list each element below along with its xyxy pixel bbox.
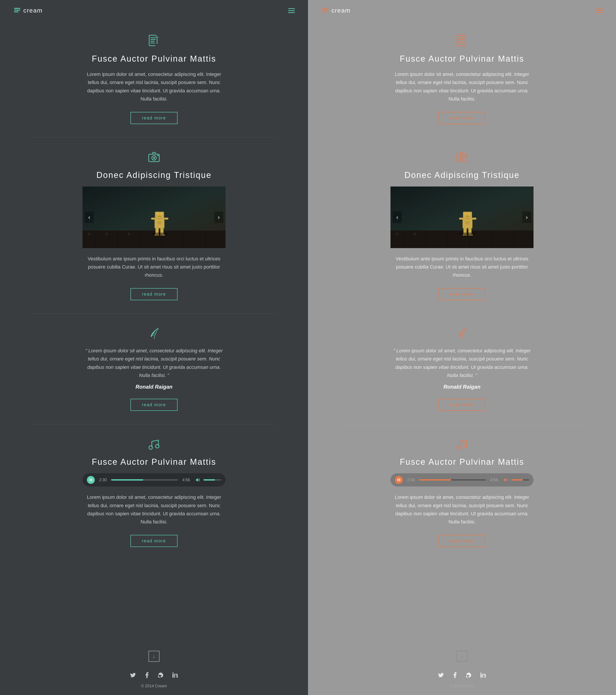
dark-audio-body: Lorem ipsum dolor sit amet, consectetur … — [83, 493, 226, 526]
dark-facebook-icon[interactable] — [143, 671, 151, 679]
light-camera-icon — [455, 151, 469, 164]
svg-point-96 — [481, 673, 482, 674]
svg-rect-95 — [481, 674, 482, 678]
light-logo-text: cream — [331, 7, 351, 14]
dark-logo[interactable]: cream — [13, 6, 43, 15]
dark-panel: cream Fusce Auctor Pulvinar Mattis Lorem… — [0, 0, 308, 695]
light-logo-icon — [321, 6, 329, 15]
light-audio-read-more[interactable]: read more — [438, 535, 485, 547]
svg-rect-75 — [463, 212, 472, 218]
dark-volume-icon — [194, 477, 201, 483]
svg-rect-47 — [89, 479, 90, 481]
svg-point-73 — [414, 233, 416, 235]
dark-carousel: ‹ › — [83, 187, 226, 248]
dark-quote-read-more[interactable]: read more — [131, 399, 177, 411]
light-social-icons — [436, 671, 487, 679]
svg-rect-48 — [91, 479, 92, 481]
dark-header: cream — [0, 0, 308, 21]
light-play-button[interactable] — [395, 476, 403, 484]
light-scroll-down-icon: ↓ — [461, 653, 463, 659]
svg-rect-93 — [399, 479, 400, 481]
svg-rect-7 — [150, 43, 155, 43]
svg-rect-4 — [150, 37, 156, 38]
light-linkedin-icon[interactable] — [479, 671, 487, 679]
svg-point-87 — [459, 233, 476, 235]
dark-linkedin-icon[interactable] — [171, 671, 180, 679]
light-facebook-icon[interactable] — [451, 671, 459, 679]
svg-point-90 — [457, 446, 461, 449]
dark-time-current: 2:30 — [98, 478, 109, 482]
dark-copyright: © 2014 Cream — [141, 684, 167, 689]
light-volume-bar[interactable] — [512, 479, 529, 480]
light-audio-body: Lorem ipsum dolor sit amet, consectetur … — [390, 493, 533, 526]
light-photo-read-more[interactable]: read more — [438, 288, 485, 300]
dark-hamburger[interactable] — [288, 9, 295, 13]
dark-play-button[interactable] — [87, 476, 95, 484]
svg-rect-34 — [158, 218, 161, 219]
light-feather-icon — [455, 327, 469, 340]
dark-photo-read-more[interactable]: read more — [131, 288, 177, 300]
svg-rect-31 — [157, 213, 159, 215]
light-carousel-next[interactable]: › — [522, 211, 531, 223]
svg-rect-81 — [472, 218, 476, 220]
svg-point-14 — [157, 155, 159, 156]
light-progress-bar[interactable] — [419, 479, 486, 480]
svg-rect-0 — [14, 8, 20, 9]
dark-photo-caption: Vestibulum ante ipsum primis in faucibus… — [83, 255, 226, 279]
svg-rect-55 — [457, 35, 465, 46]
dark-logo-text: cream — [23, 7, 43, 14]
svg-point-46 — [155, 444, 159, 448]
dark-audio-read-more[interactable]: read more — [131, 535, 177, 547]
light-carousel-prev[interactable]: ‹ — [393, 211, 402, 223]
dark-text-read-more[interactable]: read more — [131, 112, 177, 124]
dark-google-plus-icon[interactable] — [157, 671, 165, 679]
svg-rect-1 — [14, 10, 20, 11]
light-text-read-more[interactable]: read more — [438, 112, 485, 124]
dark-photo-section: Donec Adipiscing Tristique — [61, 137, 248, 313]
svg-rect-33 — [158, 216, 161, 217]
dark-volume-fill — [203, 479, 215, 480]
svg-point-27 — [105, 233, 108, 235]
svg-rect-78 — [466, 216, 469, 217]
svg-rect-6 — [150, 41, 154, 41]
svg-rect-58 — [459, 41, 463, 41]
dark-volume-bar[interactable] — [203, 479, 221, 480]
svg-rect-5 — [150, 39, 156, 40]
light-text-section: Fusce Auctor Pulvinar Mattis Lorem ipsum… — [368, 21, 555, 137]
dark-progress-bar[interactable] — [111, 479, 178, 480]
svg-point-72 — [396, 233, 398, 235]
svg-rect-77 — [468, 213, 470, 215]
svg-marker-49 — [196, 478, 198, 482]
light-time-total: 4:56 — [489, 478, 500, 482]
light-hamburger[interactable] — [596, 9, 603, 13]
svg-point-13 — [153, 157, 155, 159]
light-quote-section: " Lorem ipsum dolor sit amet, consectetu… — [368, 313, 555, 424]
light-volume-icon — [502, 477, 509, 483]
dark-quote-text: " Lorem ipsum dolor sit amet, consectetu… — [83, 346, 226, 379]
dark-social-icons — [129, 671, 180, 679]
dark-scroll-down[interactable]: ↓ — [149, 651, 160, 662]
svg-rect-50 — [172, 674, 173, 678]
svg-point-26 — [88, 233, 90, 235]
light-google-plus-icon[interactable] — [465, 671, 473, 679]
light-quote-read-more[interactable]: read more — [438, 399, 485, 411]
svg-rect-41 — [157, 221, 162, 224]
light-audio-section: Fusce Auctor Pulvinar Mattis 2:30 4:56 — [368, 424, 555, 560]
light-logo[interactable]: cream — [321, 6, 351, 15]
light-twitter-icon[interactable] — [436, 671, 445, 679]
dark-carousel-next[interactable]: › — [214, 211, 223, 223]
svg-rect-53 — [322, 10, 328, 11]
light-scroll-down[interactable]: ↓ — [456, 651, 467, 662]
svg-rect-36 — [164, 218, 168, 220]
dark-quote-author: Ronald Raigan — [135, 384, 172, 390]
light-photo-caption: Vestibulum ante ipsum primis in faucibus… — [390, 255, 533, 279]
dark-carousel-prev[interactable]: ‹ — [85, 211, 94, 223]
svg-rect-92 — [398, 479, 398, 481]
dark-twitter-icon[interactable] — [129, 671, 137, 679]
dark-quote-section: " Lorem ipsum dolor sit amet, consectetu… — [61, 313, 248, 424]
svg-rect-86 — [465, 221, 470, 224]
svg-point-63 — [465, 155, 467, 156]
svg-rect-57 — [459, 39, 464, 40]
dark-camera-icon — [147, 151, 161, 164]
dark-scroll-down-icon: ↓ — [153, 653, 155, 659]
